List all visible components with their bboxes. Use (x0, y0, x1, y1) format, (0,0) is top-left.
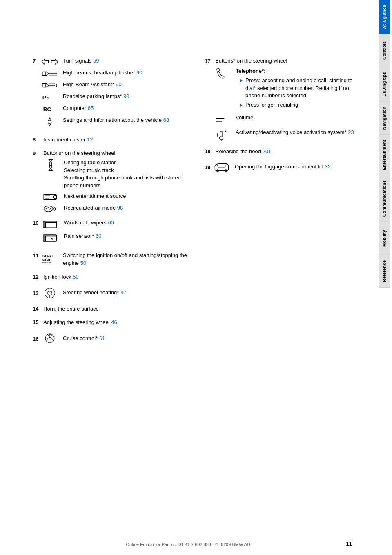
item-9-block: 9 Buttons* on the steering wheel (33, 150, 192, 213)
sidebar-tab-navigation[interactable]: Navigation (379, 102, 390, 135)
sidebar-tab-communications[interactable]: Communications (379, 175, 390, 222)
svg-marker-1 (51, 59, 58, 65)
turn-signals-text: Turn signals 59 (63, 57, 192, 65)
parking-lamps-text: Roadside parking lamps* 90 (63, 93, 192, 101)
item-19-block: 19 Opening the luggage compartme (205, 161, 364, 173)
item-18-block: 18 Releasing the hood 201 (205, 148, 364, 156)
item-7-settings: Settings and information about the vehic… (42, 116, 192, 127)
item-12-block: 12 Ignition lock 50 (33, 273, 192, 281)
item-7-turn-signals: Turn signals 59 (42, 57, 192, 66)
item-8-block: 8 Instrument cluster 12 (33, 136, 192, 144)
page-footer: Online Edition for Part no. 01 41 2 602 … (0, 542, 376, 547)
item-number-12: 12 (33, 273, 42, 280)
svg-point-44 (225, 131, 226, 132)
page-number: 11 (346, 541, 352, 547)
item-number-13: 13 (33, 289, 42, 296)
left-column: 7 (33, 57, 192, 350)
settings-icon (42, 116, 63, 127)
svg-text:A: A (51, 237, 53, 241)
item-number-9: 9 (33, 150, 42, 157)
item-7-high-beams: High beams, headlamp flasher 90 (42, 69, 192, 78)
svg-text:P: P (42, 94, 46, 101)
item-15-ref[interactable]: 46 (111, 319, 117, 325)
item-18-text: Releasing the hood 201 (215, 148, 364, 156)
sidebar-tab-controls[interactable]: Controls (379, 34, 390, 67)
svg-rect-20 (50, 165, 52, 168)
svg-point-22 (53, 195, 56, 198)
item-number-11: 11 (33, 252, 42, 259)
item-17-telephone: Telephone*: ▶ Press: accepting and endin… (214, 67, 364, 111)
bullet-text-1: Press: accepting and ending a call, star… (245, 77, 364, 100)
high-beams-ref[interactable]: 90 (136, 69, 142, 76)
hba-text: High-Beam Assistant* 90 (63, 81, 192, 89)
computer-text: Computer 65 (63, 105, 192, 112)
item-18-ref[interactable]: 201 (263, 148, 272, 154)
item-8-ref[interactable]: 12 (87, 137, 93, 143)
right-sidebar: At a glance Controls Driving tips Naviga… (376, 0, 392, 555)
telephone-icon (214, 67, 236, 80)
item-12-ref[interactable]: 50 (73, 274, 78, 280)
svg-marker-0 (42, 59, 48, 65)
item-number-14: 14 (33, 305, 42, 312)
main-content: 7 (0, 0, 376, 555)
voice-ref[interactable]: 23 (348, 129, 354, 135)
item-10-block: 10 (33, 219, 192, 246)
item-number-15: 15 (33, 318, 42, 325)
sidebar-tab-at-a-glance[interactable]: At a glance (379, 0, 390, 34)
settings-ref[interactable]: 68 (163, 117, 169, 123)
item-13-text: Steering wheel heating* 47 (63, 289, 192, 297)
bullet-press-longer: ▶ Press longer: redialing (240, 101, 364, 109)
bullet-arrow-1: ▶ (240, 78, 243, 84)
item-15-text: Adjusting the steering wheel 46 (43, 319, 192, 327)
item-13-ref[interactable]: 47 (120, 289, 126, 295)
svg-rect-42 (220, 131, 223, 137)
svg-text:START: START (42, 254, 53, 258)
high-beams-icon (42, 69, 63, 78)
item-7-block: 7 (33, 57, 192, 130)
sidebar-tab-driving-tips[interactable]: Driving tips (379, 67, 390, 102)
volume-text: Volume (236, 114, 364, 122)
item-17-voice: Activating/deactivating voice activation… (214, 129, 364, 141)
item-11-ref[interactable]: 50 (80, 260, 86, 266)
wipers-ref[interactable]: 60 (108, 219, 114, 226)
svg-marker-16 (48, 123, 51, 126)
bullet-arrow-2: ▶ (240, 102, 243, 108)
item-11-block: 11 START STOP ENGINE Switching the ignit… (33, 252, 192, 267)
item-9-recirculated: Recirculated-air mode 98 (42, 204, 192, 213)
sidebar-tab-mobility[interactable]: Mobility (379, 222, 390, 255)
turn-signals-icon (42, 57, 63, 66)
wipers-text: Windshield wipers 60 (64, 219, 192, 227)
item-17-volume: Volume (214, 114, 364, 125)
recirculated-text: Recirculated-air mode 98 (64, 204, 192, 212)
item-number-8: 8 (33, 136, 42, 143)
voice-activation-icon (214, 129, 236, 141)
radio-text: Changing radio stationSelecting music tr… (64, 159, 192, 190)
computer-ref[interactable]: 65 (88, 105, 94, 111)
steering-wheel-heating-icon (42, 287, 63, 299)
settings-text: Settings and information about the vehic… (63, 116, 192, 124)
recirculated-ref[interactable]: 98 (117, 205, 123, 211)
turn-signals-ref[interactable]: 59 (93, 58, 99, 64)
item-16-block: 16 Cruise control* 61 (33, 332, 192, 345)
svg-point-26 (44, 206, 53, 212)
bullet-press: ▶ Press: accepting and ending a call, st… (240, 77, 364, 100)
item-number-18: 18 (205, 148, 214, 154)
windshield-wipers-icon (42, 219, 64, 230)
hba-ref[interactable]: 90 (116, 81, 121, 87)
item-17-header: Buttons* on the steering wheel (215, 57, 364, 65)
sidebar-tab-reference[interactable]: Reference (379, 255, 390, 288)
sidebar-tab-entertainment[interactable]: Entertainment (379, 135, 390, 175)
item-10-wipers: Windshield wipers 60 (42, 219, 192, 230)
item-number-16: 16 (33, 335, 42, 342)
bullet-text-2: Press longer: redialing (245, 101, 298, 109)
svg-marker-17 (49, 159, 53, 162)
parking-lamps-ref[interactable]: 90 (123, 93, 129, 99)
svg-marker-19 (49, 168, 53, 170)
item-19-ref[interactable]: 32 (325, 163, 330, 170)
sidebar-tabs: At a glance Controls Driving tips Naviga… (379, 0, 390, 555)
rain-sensor-ref[interactable]: 60 (96, 233, 101, 239)
recirculated-air-icon (42, 204, 64, 213)
entertainment-text: Next entertainment source (64, 192, 192, 200)
item-16-ref[interactable]: 61 (99, 335, 105, 341)
two-column-layout: 7 (33, 57, 364, 350)
